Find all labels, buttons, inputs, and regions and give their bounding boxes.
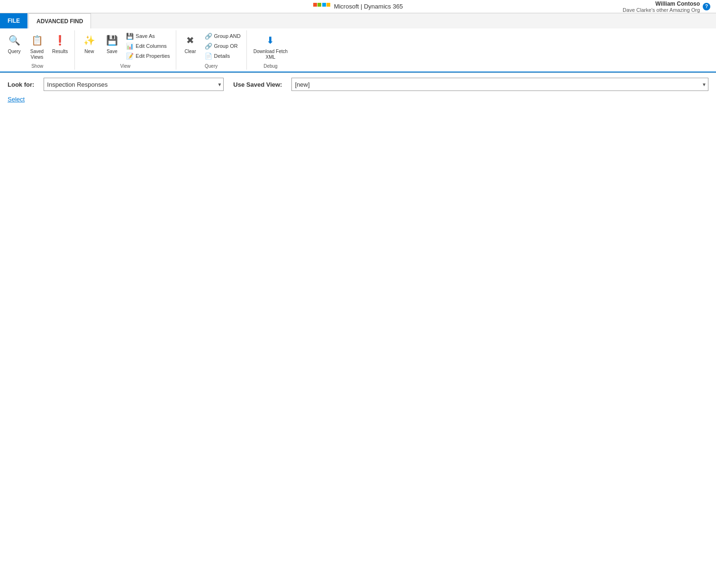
use-saved-view-label: Use Saved View: — [233, 81, 282, 88]
look-for-label: Look for: — [8, 81, 34, 88]
user-area: William Contoso Dave Clarke's other Amaz… — [623, 0, 710, 13]
save-button[interactable]: 💾 Save — [101, 31, 122, 56]
save-as-label: Save As — [136, 33, 154, 39]
lookup-row: Look for: Incident Type Requirement Grou… — [8, 78, 708, 91]
save-as-button[interactable]: 💾 Save As — [124, 31, 172, 41]
download-fetch-xml-button[interactable]: ⬇ Download FetchXML — [251, 31, 290, 62]
ribbon-tabs: FILE ADVANCED FIND — [0, 13, 716, 28]
save-label: Save — [107, 49, 118, 54]
help-button[interactable]: ? — [703, 3, 710, 10]
advanced-find-tab[interactable]: ADVANCED FIND — [28, 13, 91, 28]
view-group-label: View — [120, 63, 131, 69]
ribbon-group-show: 🔍 Query 📋 SavedViews ❗ Results Show — [0, 30, 75, 70]
group-or-icon: 🔗 — [205, 42, 212, 50]
query-group-label: Query — [205, 63, 218, 69]
look-for-select-wrapper: Incident Type Requirement GroupsIncident… — [44, 78, 224, 91]
file-tab[interactable]: FILE — [0, 13, 27, 28]
show-group-label: Show — [31, 63, 43, 69]
user-name: William Contoso — [623, 0, 700, 7]
new-button[interactable]: ✨ New — [79, 31, 100, 56]
save-icon: 💾 — [104, 33, 119, 48]
brand-center: Microsoft | Dynamics 365 — [313, 3, 403, 10]
details-icon: 📄 — [205, 52, 212, 60]
download-label: Download FetchXML — [254, 49, 288, 60]
details-button[interactable]: 📄 Details — [203, 51, 243, 61]
new-icon: ✨ — [82, 33, 97, 48]
query-label: Query — [8, 49, 20, 54]
results-button[interactable]: ❗ Results — [49, 31, 71, 56]
brand-text: Microsoft | Dynamics 365 — [334, 3, 403, 10]
clear-button[interactable]: ✖ Clear — [180, 31, 201, 56]
results-icon: ❗ — [53, 33, 68, 48]
query-icon: 🔍 — [7, 33, 22, 48]
ribbon-content: 🔍 Query 📋 SavedViews ❗ Results Show ✨ — [0, 28, 716, 72]
ribbon-group-view: ✨ New 💾 Save 💾 Save As 📊 Edit Columns — [75, 30, 176, 70]
saved-views-button[interactable]: 📋 SavedViews — [27, 31, 47, 62]
use-saved-view-wrapper: [new] ▼ — [291, 78, 708, 91]
group-or-button[interactable]: 🔗 Group OR — [203, 41, 243, 51]
ms-logo-icon — [313, 3, 330, 10]
edit-columns-button[interactable]: 📊 Edit Columns — [124, 41, 172, 51]
ribbon-group-query: ✖ Clear 🔗 Group AND 🔗 Group OR 📄 Details — [176, 30, 247, 70]
debug-group-items: ⬇ Download FetchXML — [251, 31, 290, 62]
saved-views-icon: 📋 — [29, 33, 45, 48]
group-and-icon: 🔗 — [205, 32, 212, 40]
edit-columns-label: Edit Columns — [136, 43, 166, 49]
results-label: Results — [52, 49, 68, 54]
save-as-icon: 💾 — [126, 32, 134, 40]
query-small-buttons: 🔗 Group AND 🔗 Group OR 📄 Details — [203, 31, 243, 61]
group-and-button[interactable]: 🔗 Group AND — [203, 31, 243, 41]
view-small-buttons: 💾 Save As 📊 Edit Columns 📝 Edit Properti… — [124, 31, 172, 61]
details-label: Details — [214, 53, 230, 59]
group-and-label: Group AND — [214, 33, 241, 39]
main-area: Look for: Incident Type Requirement Grou… — [0, 73, 716, 111]
group-or-label: Group OR — [214, 43, 238, 49]
query-button[interactable]: 🔍 Query — [4, 31, 25, 56]
edit-columns-icon: 📊 — [126, 42, 134, 50]
edit-properties-icon: 📝 — [126, 52, 134, 60]
saved-views-label: SavedViews — [30, 49, 44, 60]
query-group-items: ✖ Clear 🔗 Group AND 🔗 Group OR 📄 Details — [180, 31, 243, 62]
look-for-select[interactable]: Incident Type Requirement GroupsIncident… — [44, 78, 224, 91]
ribbon-group-debug: ⬇ Download FetchXML Debug — [247, 30, 294, 70]
ribbon: FILE ADVANCED FIND 🔍 Query 📋 SavedViews … — [0, 13, 716, 73]
use-saved-view-select[interactable]: [new] — [291, 78, 708, 91]
debug-group-label: Debug — [263, 63, 277, 69]
show-group-items: 🔍 Query 📋 SavedViews ❗ Results — [4, 31, 71, 62]
user-info: William Contoso Dave Clarke's other Amaz… — [623, 0, 700, 13]
download-icon: ⬇ — [263, 33, 278, 48]
select-btn-row: Select — [8, 96, 708, 103]
top-bar: Microsoft | Dynamics 365 William Contoso… — [0, 0, 716, 13]
clear-label: Clear — [185, 49, 196, 54]
clear-icon: ✖ — [183, 33, 198, 48]
edit-properties-button[interactable]: 📝 Edit Properties — [124, 51, 172, 61]
edit-properties-label: Edit Properties — [136, 53, 170, 59]
user-org: Dave Clarke's other Amazing Org — [623, 7, 700, 13]
select-button[interactable]: Select — [8, 96, 25, 103]
view-group-items: ✨ New 💾 Save 💾 Save As 📊 Edit Columns — [79, 31, 172, 62]
new-label: New — [84, 49, 94, 54]
